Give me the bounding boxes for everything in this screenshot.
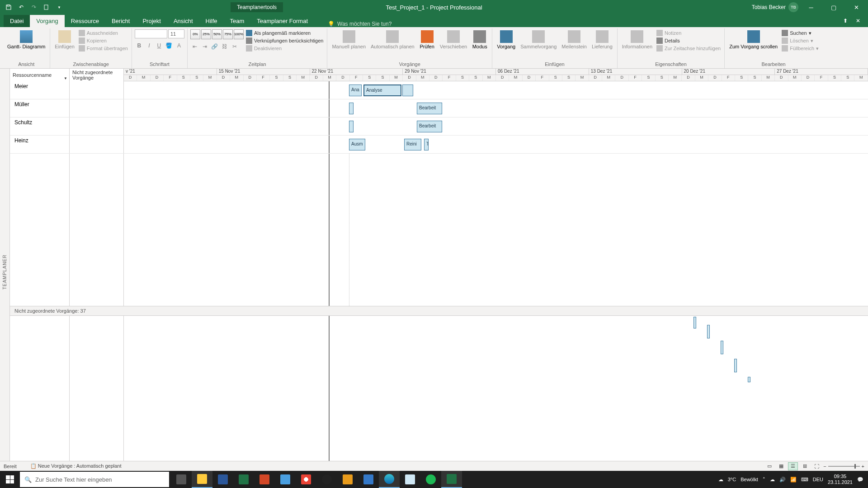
app-excel[interactable] xyxy=(233,471,254,488)
task-bar[interactable]: Reini xyxy=(404,139,421,150)
task-bar[interactable]: Bearbeit xyxy=(417,121,442,132)
resource-name-cell[interactable]: Meier xyxy=(10,81,70,99)
ribbon-collapse[interactable]: ✕ xyxy=(852,14,864,27)
respect-links-button[interactable]: Verknüpfungen berücksichtigen xyxy=(245,37,325,44)
mark-ontrack-button[interactable]: Als plangemäß markieren xyxy=(245,29,325,37)
minimize-button[interactable]: ─ xyxy=(801,0,821,14)
resource-name-cell[interactable]: Heinz xyxy=(10,136,70,153)
scroll-to-task-button[interactable]: Zum Vorgang scrollen xyxy=(727,29,779,51)
tray-volume-icon[interactable]: 🔊 xyxy=(779,477,786,483)
pct-0[interactable]: 0% xyxy=(190,29,200,39)
bold-button[interactable]: B xyxy=(135,41,144,50)
close-button[interactable]: ✕ xyxy=(846,0,866,14)
font-name-input[interactable] xyxy=(135,29,167,38)
tab-ansicht[interactable]: Ansicht xyxy=(167,15,199,27)
app-edge[interactable] xyxy=(379,471,400,488)
ribbon-display-options[interactable]: ⬆ xyxy=(839,14,852,27)
qat-customize[interactable] xyxy=(42,2,52,12)
pct-75[interactable]: 75% xyxy=(223,29,233,39)
task-bar[interactable]: Ausm xyxy=(349,139,365,150)
view-btn-2[interactable]: ▦ xyxy=(776,462,786,470)
tray-lang[interactable]: DEU xyxy=(813,477,823,482)
view-btn-5[interactable]: ⛶ xyxy=(811,462,821,470)
maximize-button[interactable]: ▢ xyxy=(824,0,844,14)
zoom-slider[interactable] xyxy=(828,466,860,467)
mode-button[interactable]: Modus xyxy=(470,29,489,51)
col-unassigned-header[interactable]: Nicht zugeordnete Vorgänge xyxy=(70,69,124,81)
view-btn-4[interactable]: ⊞ xyxy=(800,462,810,470)
details-button[interactable]: Details xyxy=(656,37,722,44)
app-explorer[interactable] xyxy=(192,471,212,488)
app-obs[interactable] xyxy=(316,471,337,488)
task-bar[interactable]: Ana xyxy=(349,84,362,96)
gantt-view-button[interactable]: Gantt- Diagramm xyxy=(5,29,47,51)
gantt-cell[interactable]: Bearbeit xyxy=(124,117,868,135)
unassigned-task-bar[interactable] xyxy=(734,359,737,372)
search-button[interactable]: Suchen ▾ xyxy=(781,29,820,37)
font-color-button[interactable]: A xyxy=(175,41,184,50)
save-button[interactable] xyxy=(4,2,14,12)
redo-button[interactable]: ↷ xyxy=(29,2,39,12)
view-btn-1[interactable]: ▭ xyxy=(764,462,774,470)
app-generic3[interactable] xyxy=(358,471,379,488)
app-generic[interactable] xyxy=(275,471,296,488)
app-word[interactable] xyxy=(212,471,233,488)
task-bar[interactable]: Analyse xyxy=(363,84,401,96)
tab-bericht[interactable]: Bericht xyxy=(105,15,136,27)
app-notepad[interactable] xyxy=(400,471,420,488)
col-resource-header[interactable]: Ressourcenname ▼ xyxy=(10,69,70,81)
pct-25[interactable]: 25% xyxy=(201,29,211,39)
task-view[interactable] xyxy=(171,471,192,488)
pct-100[interactable]: 100% xyxy=(234,29,244,39)
tray-notifications-icon[interactable]: 💬 xyxy=(857,477,863,483)
app-powerpoint[interactable] xyxy=(254,471,275,488)
italic-button[interactable]: I xyxy=(145,41,154,50)
gantt-cell[interactable]: AusmReiniT xyxy=(124,136,868,153)
tray-wifi-icon[interactable]: 📶 xyxy=(790,477,797,483)
tab-vorgang[interactable]: Vorgang xyxy=(30,15,64,27)
tray-onedrive-icon[interactable]: ☁ xyxy=(770,477,775,483)
underline-button[interactable]: U xyxy=(155,41,164,50)
gantt-cell[interactable]: AnaAnalyse xyxy=(124,81,868,99)
app-spotify[interactable] xyxy=(420,471,441,488)
split-button[interactable]: ✂ xyxy=(230,42,239,51)
tab-team[interactable]: Team xyxy=(224,15,251,27)
outdent-button[interactable]: ⇤ xyxy=(190,42,199,51)
tab-hilfe[interactable]: Hilfe xyxy=(199,15,224,27)
task-bar[interactable]: Bearbeit xyxy=(417,103,442,114)
resource-name-cell[interactable]: Schultz xyxy=(10,117,70,135)
user-avatar[interactable]: TB xyxy=(788,2,798,12)
view-btn-3[interactable]: ☰ xyxy=(788,462,798,470)
link-button[interactable]: 🔗 xyxy=(210,42,219,51)
task-bar[interactable] xyxy=(402,84,413,96)
zoom-in[interactable]: + xyxy=(862,464,864,469)
unassigned-task-bar[interactable] xyxy=(721,341,723,354)
tab-ressource[interactable]: Ressource xyxy=(65,15,105,27)
task-bar[interactable]: T xyxy=(424,139,429,150)
resource-name-cell[interactable]: Müller xyxy=(10,99,70,117)
tray-clock[interactable]: 09:35 23.11.2021 xyxy=(828,474,853,485)
tell-me-search[interactable]: 💡 Was möchten Sie tun? xyxy=(328,21,392,27)
pct-50[interactable]: 50% xyxy=(212,29,222,39)
font-size-input[interactable] xyxy=(168,29,184,38)
tab-format[interactable]: Teamplaner Format xyxy=(250,15,314,27)
app-project[interactable] xyxy=(441,471,462,488)
unassigned-task-bar[interactable] xyxy=(748,377,750,382)
unassigned-divider[interactable]: Nicht zugeordnete Vorgänge: 37 xyxy=(10,306,868,316)
qat-dropdown[interactable]: ▼ xyxy=(54,2,64,12)
taskbar-search[interactable]: 🔍 Zur Suche Text hier eingeben xyxy=(20,472,169,487)
unlink-button[interactable]: ⛓ xyxy=(220,42,229,51)
indent-button[interactable]: ⇥ xyxy=(200,42,209,51)
gantt-cell[interactable]: Bearbeit xyxy=(124,99,868,117)
tab-projekt[interactable]: Projekt xyxy=(136,15,167,27)
zoom-out[interactable]: − xyxy=(823,464,826,469)
app-generic2[interactable] xyxy=(337,471,358,488)
app-chrome[interactable] xyxy=(296,471,316,488)
task-bar[interactable] xyxy=(349,121,354,132)
tray-chevron[interactable]: ˄ xyxy=(763,477,765,483)
fill-color-button[interactable]: 🪣 xyxy=(165,41,174,50)
filter-icon[interactable]: ▼ xyxy=(64,76,67,80)
weather-icon[interactable]: ☁ xyxy=(718,477,723,483)
unassigned-task-bar[interactable] xyxy=(707,325,710,338)
undo-button[interactable]: ↶ xyxy=(16,2,26,12)
